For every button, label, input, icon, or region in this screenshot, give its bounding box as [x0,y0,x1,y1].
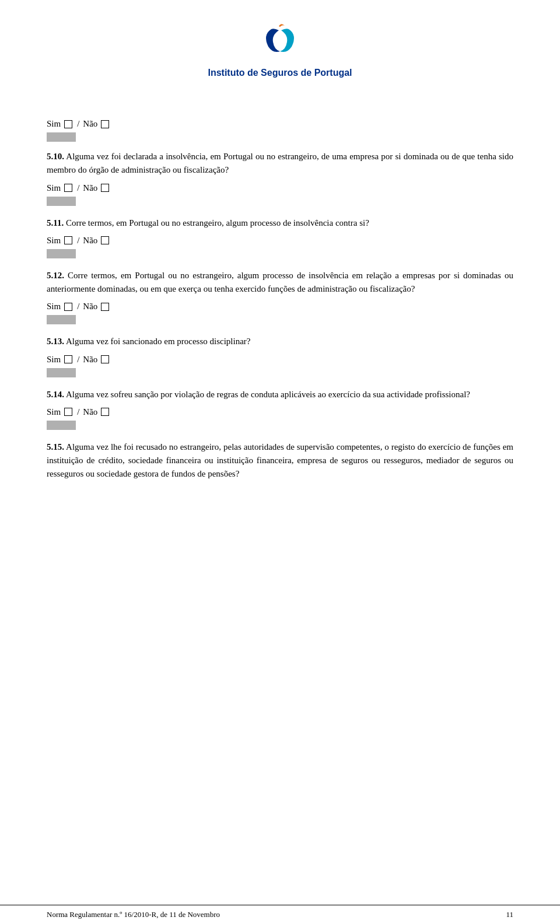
footer-left-text: Norma Regulamentar n.º 16/2010-R, de 11 … [47,910,220,919]
nao-checkbox-5-10[interactable] [101,184,109,192]
page: Instituto de Seguros de Portugal Sim / N… [0,0,560,924]
slash-initial: / [77,119,79,129]
slash-5-13: / [77,355,79,365]
logo-icon [257,18,303,64]
gray-bar-5-14 [47,421,76,430]
section-number-5-14: 5.14. [47,390,64,399]
slash-5-11: / [77,236,79,246]
section-5-11: 5.11. Corre termos, em Portugal ou no es… [47,216,513,258]
nao-label-initial: Não [83,119,97,129]
slash-5-12: / [77,302,79,312]
section-5-13: 5.13. Alguma vez foi sancionado em proce… [47,335,513,377]
section-5-15: 5.15. Alguma vez lhe foi recusado no est… [47,440,513,481]
section-number-5-11: 5.11. [47,218,64,228]
question-5-14: 5.14. Alguma vez sofreu sanção por viola… [47,388,513,401]
gray-bar-5-12 [47,315,76,324]
gray-bar-initial [47,132,76,142]
nao-checkbox-5-13[interactable] [101,355,109,363]
sim-checkbox-5-10[interactable] [64,184,72,192]
sim-checkbox-5-11[interactable] [64,236,72,244]
slash-5-10: / [77,183,79,193]
nao-checkbox-5-11[interactable] [101,236,109,244]
sim-nao-row-5-12: Sim / Não [47,302,513,312]
nao-checkbox-initial[interactable] [101,120,109,128]
sim-label-5-14: Sim [47,407,61,417]
question-text-5-14: Alguma vez sofreu sanção por violação de… [66,390,470,399]
section-number-5-15: 5.15. [47,442,64,452]
section-number-5-13: 5.13. [47,337,64,346]
footer: Norma Regulamentar n.º 16/2010-R, de 11 … [0,905,560,924]
section-5-12: 5.12. Corre termos, em Portugal ou no es… [47,269,513,325]
question-text-5-10: Alguma vez foi declarada a insolvência, … [47,152,513,174]
gray-bar-5-13 [47,368,76,377]
sim-nao-row-5-13: Sim / Não [47,355,513,365]
sim-nao-row-5-10: Sim / Não [47,183,513,193]
sim-nao-row-5-11: Sim / Não [47,236,513,246]
sim-label-5-11: Sim [47,236,61,246]
sim-nao-row-5-14: Sim / Não [47,407,513,417]
nao-label-5-13: Não [83,355,97,365]
question-text-5-12: Corre termos, em Portugal ou no estrange… [47,271,513,293]
content: Sim / Não 5.10. Alguma vez foi declarada… [47,107,513,481]
logo-container: Instituto de Seguros de Portugal [208,18,352,78]
initial-sim-nao-row: Sim / Não [47,119,513,129]
nao-label-5-14: Não [83,407,97,417]
gray-bar-5-10 [47,197,76,206]
logo-text: Instituto de Seguros de Portugal [208,68,352,78]
gray-bar-5-11 [47,249,76,258]
nao-checkbox-5-12[interactable] [101,303,109,311]
sim-checkbox-5-12[interactable] [64,303,72,311]
question-text-5-15: Alguma vez lhe foi recusado no estrangei… [47,442,513,479]
nao-label-5-12: Não [83,302,97,312]
nao-checkbox-5-14[interactable] [101,408,109,416]
sim-label-5-10: Sim [47,183,61,193]
question-5-15: 5.15. Alguma vez lhe foi recusado no est… [47,440,513,481]
question-5-10: 5.10. Alguma vez foi declarada a insolvê… [47,150,513,177]
question-5-12: 5.12. Corre termos, em Portugal ou no es… [47,269,513,296]
nao-label-5-10: Não [83,183,97,193]
section-5-10: 5.10. Alguma vez foi declarada a insolvê… [47,150,513,206]
sim-checkbox-5-13[interactable] [64,355,72,363]
question-text-5-13: Alguma vez foi sancionado em processo di… [66,337,251,346]
sim-label-5-12: Sim [47,302,61,312]
section-number-5-10: 5.10. [47,152,64,161]
nao-label-5-11: Não [83,236,97,246]
header: Instituto de Seguros de Portugal [47,0,513,84]
sim-checkbox-initial[interactable] [64,120,72,128]
section-5-14: 5.14. Alguma vez sofreu sanção por viola… [47,388,513,430]
question-text-5-11: Corre termos, em Portugal ou no estrange… [66,218,369,228]
sim-checkbox-5-14[interactable] [64,408,72,416]
sim-label-initial: Sim [47,119,61,129]
sim-label-5-13: Sim [47,355,61,365]
footer-page-number: 11 [506,910,513,919]
slash-5-14: / [77,407,79,417]
question-5-13: 5.13. Alguma vez foi sancionado em proce… [47,335,513,348]
section-number-5-12: 5.12. [47,271,64,280]
question-5-11: 5.11. Corre termos, em Portugal ou no es… [47,216,513,230]
